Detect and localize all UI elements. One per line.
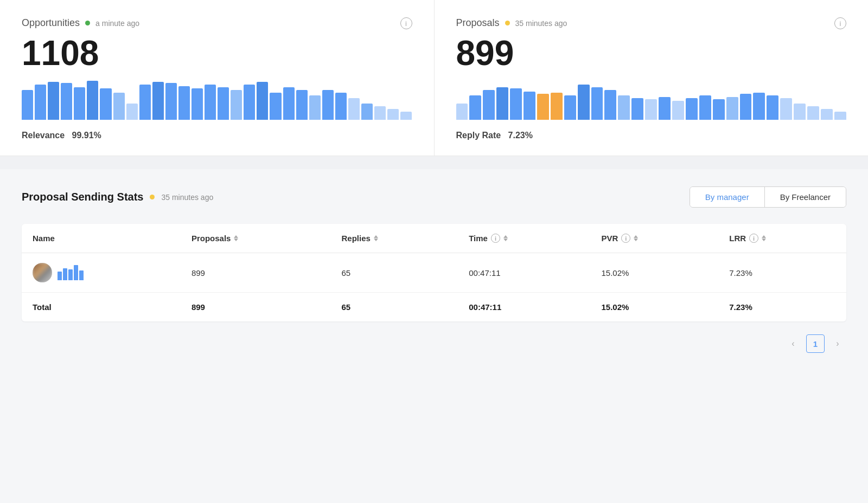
bar-item xyxy=(645,99,657,120)
bar-item xyxy=(231,90,242,120)
bar-item xyxy=(591,87,603,120)
page-number-1[interactable]: 1 xyxy=(806,334,825,353)
avatar-image xyxy=(33,263,52,282)
table-header: Name Proposals Replies xyxy=(22,224,846,253)
prev-page-button[interactable]: ‹ xyxy=(784,335,802,352)
bar-item xyxy=(524,92,535,120)
bar-item xyxy=(152,82,164,120)
time-info-icon[interactable]: i xyxy=(491,234,500,243)
opportunities-info-icon[interactable]: i xyxy=(400,17,412,29)
col-name: Name xyxy=(22,224,181,253)
stats-status-dot xyxy=(150,195,155,199)
bar-item xyxy=(22,90,33,120)
bar-item xyxy=(374,106,386,120)
sort-up-icon xyxy=(634,235,638,238)
pagination: ‹ 1 › xyxy=(22,334,846,353)
bar-item xyxy=(322,90,334,120)
row-proposals: 899 xyxy=(181,253,331,293)
bar-item xyxy=(483,90,495,120)
sort-down-icon xyxy=(634,238,638,241)
col-time: Time i xyxy=(458,224,590,253)
time-sort-icon[interactable] xyxy=(503,235,508,241)
bar-item xyxy=(335,93,347,120)
bar-item xyxy=(686,98,698,120)
bar-item xyxy=(672,101,684,120)
bar-item xyxy=(537,94,549,120)
bar-item xyxy=(165,83,177,120)
mini-bar-4 xyxy=(74,265,78,280)
bar-item xyxy=(753,93,765,120)
proposals-bar-chart xyxy=(456,82,847,120)
bar-item xyxy=(218,87,229,120)
bar-item xyxy=(564,95,576,120)
stats-timestamp: 35 minutes ago xyxy=(161,193,213,202)
opportunities-footer: Relevance 99.91% xyxy=(22,131,412,140)
row-lrr: 7.23% xyxy=(718,253,846,293)
lrr-info-icon[interactable]: i xyxy=(749,234,758,243)
col-proposals: Proposals xyxy=(181,224,331,253)
opportunities-card: Opportunities a minute ago i 1108 Releva… xyxy=(0,0,434,156)
mini-bar-2 xyxy=(63,268,67,280)
bar-item xyxy=(48,82,59,120)
col-pvr-header: PVR i xyxy=(601,234,707,243)
col-pvr: PVR i xyxy=(590,224,718,253)
col-name-label: Name xyxy=(33,234,55,243)
bar-item xyxy=(244,85,255,120)
opportunities-header: Opportunities a minute ago xyxy=(22,17,412,29)
bar-item xyxy=(551,93,563,120)
table-row: 899 65 00:47:11 15.02% 7.23% xyxy=(22,253,846,293)
bar-item xyxy=(296,90,308,120)
proposals-reply-rate-label: Reply Rate xyxy=(456,131,501,140)
bar-item xyxy=(387,109,399,120)
opportunities-timestamp: a minute ago xyxy=(95,19,139,28)
row-time: 00:47:11 xyxy=(458,253,590,293)
pvr-sort-icon[interactable] xyxy=(634,235,638,241)
bar-item xyxy=(192,88,203,120)
bar-item xyxy=(807,106,819,120)
col-time-header: Time i xyxy=(469,234,579,243)
bar-item xyxy=(780,98,792,120)
opportunities-relevance-value: 99.91% xyxy=(72,131,101,140)
proposals-timestamp: 35 minutes ago xyxy=(515,19,567,28)
mini-bar-3 xyxy=(68,269,73,280)
table-header-row: Name Proposals Replies xyxy=(22,224,846,253)
bar-item xyxy=(178,86,190,120)
bar-item xyxy=(740,94,752,120)
bar-item xyxy=(456,104,468,120)
opportunities-relevance-label: Relevance xyxy=(22,131,65,140)
lrr-sort-icon[interactable] xyxy=(762,235,766,241)
bar-item xyxy=(469,95,481,120)
bar-item xyxy=(361,104,373,120)
bar-item xyxy=(510,88,522,120)
replies-sort-icon[interactable] xyxy=(374,235,378,241)
proposals-header: Proposals 35 minutes ago xyxy=(456,17,847,29)
bar-item xyxy=(35,85,46,120)
sort-down-icon xyxy=(234,238,238,241)
col-pvr-label: PVR xyxy=(601,234,618,243)
pvr-info-icon[interactable]: i xyxy=(621,234,630,243)
sort-up-icon xyxy=(234,235,238,238)
col-replies: Replies xyxy=(331,224,458,253)
bar-item xyxy=(713,99,725,120)
bar-item xyxy=(699,95,711,120)
table-body: 899 65 00:47:11 15.02% 7.23% Total 899 6… xyxy=(22,253,846,322)
by-manager-button[interactable]: By manager xyxy=(690,187,765,207)
total-proposals: 899 xyxy=(181,293,331,322)
bar-item xyxy=(205,85,216,120)
bar-item xyxy=(87,81,98,120)
proposals-value: 899 xyxy=(456,34,847,72)
proposals-status-dot xyxy=(505,21,510,25)
opportunities-title: Opportunities xyxy=(22,17,80,29)
proposals-sort-icon[interactable] xyxy=(234,235,238,241)
mini-bar-5 xyxy=(79,270,84,280)
row-pvr: 15.02% xyxy=(590,253,718,293)
bar-item xyxy=(309,95,321,120)
by-freelancer-button[interactable]: By Freelancer xyxy=(765,187,846,207)
col-lrr-header: LRR i xyxy=(729,234,835,243)
bar-item xyxy=(618,95,630,120)
proposals-info-icon[interactable]: i xyxy=(834,17,846,29)
col-replies-header: Replies xyxy=(342,234,448,243)
section-divider xyxy=(0,156,868,169)
section-header: Proposal Sending Stats 35 minutes ago By… xyxy=(22,186,846,208)
next-page-button[interactable]: › xyxy=(829,335,846,352)
